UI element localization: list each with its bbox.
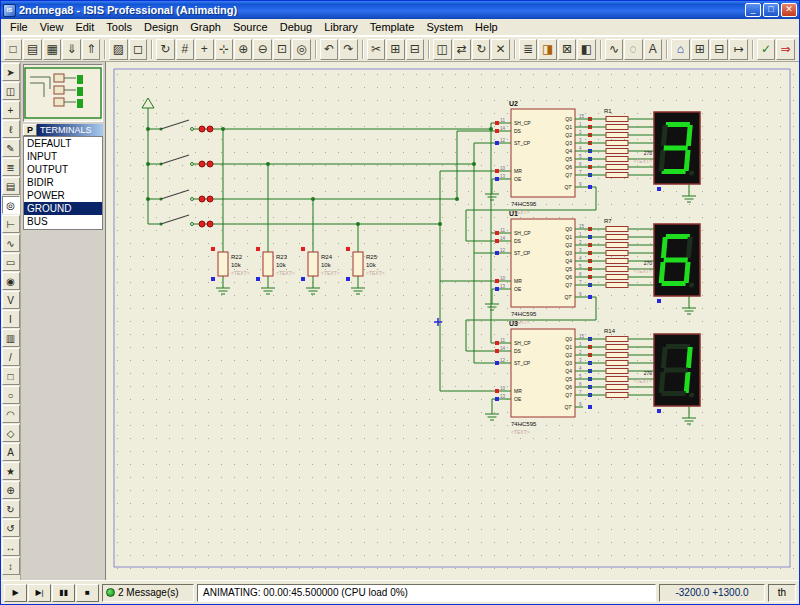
- menu-template[interactable]: Template: [364, 20, 421, 34]
- series-resistor[interactable]: [606, 157, 628, 162]
- undo-button[interactable]: ↶: [320, 39, 338, 60]
- block-delete-button[interactable]: ✕: [491, 39, 509, 60]
- resistor[interactable]: [353, 252, 363, 276]
- menu-debug[interactable]: Debug: [274, 20, 318, 34]
- minimize-button[interactable]: _: [745, 3, 761, 17]
- mark-output-area-button[interactable]: ◻: [129, 39, 147, 60]
- pause-button[interactable]: ▮▮: [52, 584, 75, 602]
- series-resistor[interactable]: [606, 165, 628, 170]
- terminal-item-default[interactable]: DEFAULT: [24, 137, 102, 150]
- zoom-all-button[interactable]: ◎: [292, 39, 310, 60]
- cut-button[interactable]: ✂: [367, 39, 385, 60]
- series-resistor[interactable]: [606, 125, 628, 130]
- design-explorer-button[interactable]: ⌂: [671, 39, 689, 60]
- switch-lever[interactable]: [161, 215, 189, 224]
- property-assignment-button[interactable]: A: [644, 39, 662, 60]
- terminal-item-power[interactable]: POWER: [24, 189, 102, 202]
- generator-mode-button[interactable]: ◉: [2, 272, 20, 290]
- device-pin-mode-button[interactable]: ⊢: [2, 215, 20, 233]
- component-mode-button[interactable]: ◫: [2, 82, 20, 100]
- zoom-area-button[interactable]: ⊡: [273, 39, 291, 60]
- save-design-button[interactable]: ▦: [43, 39, 61, 60]
- electrical-rule-check-button[interactable]: ✓: [757, 39, 775, 60]
- menu-design[interactable]: Design: [138, 20, 184, 34]
- series-resistor[interactable]: [606, 385, 628, 390]
- terminal-item-bidir[interactable]: BIDIR: [24, 176, 102, 189]
- export-section-button[interactable]: ⇑: [82, 39, 100, 60]
- menu-edit[interactable]: Edit: [69, 20, 100, 34]
- series-resistor[interactable]: [606, 133, 628, 138]
- pick-parts-button[interactable]: ≣: [519, 39, 537, 60]
- series-resistor[interactable]: [606, 393, 628, 398]
- resistor[interactable]: [263, 252, 273, 276]
- switch-lever[interactable]: [161, 120, 189, 129]
- paste-button[interactable]: ⊟: [406, 39, 424, 60]
- rotate-anticlockwise-button[interactable]: ↺: [2, 519, 20, 537]
- toggle-grid-button[interactable]: #: [176, 39, 194, 60]
- series-resistor[interactable]: [606, 117, 628, 122]
- block-move-button[interactable]: ⇄: [453, 39, 471, 60]
- series-resistor[interactable]: [606, 337, 628, 342]
- menu-graph[interactable]: Graph: [184, 20, 227, 34]
- new-design-button[interactable]: □: [4, 39, 22, 60]
- symbol-2d-button[interactable]: ★: [2, 462, 20, 480]
- remove-sheet-button[interactable]: ⊟: [710, 39, 728, 60]
- selection-mode-button[interactable]: ➤: [2, 63, 20, 81]
- import-section-button[interactable]: ⇓: [62, 39, 80, 60]
- menu-help[interactable]: Help: [469, 20, 504, 34]
- titlebar[interactable]: IS 2ndmega8 - ISIS Professional (Animati…: [1, 1, 799, 19]
- block-rotate-button[interactable]: ↻: [472, 39, 490, 60]
- packaging-tool-button[interactable]: ⊠: [558, 39, 576, 60]
- current-probe-mode-button[interactable]: I: [2, 310, 20, 328]
- schematic-overview[interactable]: [23, 64, 103, 122]
- switch-lever[interactable]: [161, 155, 189, 164]
- series-resistor[interactable]: [606, 353, 628, 358]
- print-button[interactable]: ▨: [109, 39, 127, 60]
- virtual-instruments-mode-button[interactable]: ▥: [2, 329, 20, 347]
- tape-recorder-mode-button[interactable]: ▭: [2, 253, 20, 271]
- terminal-item-output[interactable]: OUTPUT: [24, 163, 102, 176]
- wire-autorouter-button[interactable]: ∿: [605, 39, 623, 60]
- netlist-to-ares-button[interactable]: ⇒: [776, 39, 794, 60]
- redraw-button[interactable]: ↻: [156, 39, 174, 60]
- decompose-button[interactable]: ◧: [577, 39, 595, 60]
- bus-mode-button[interactable]: ≣: [2, 158, 20, 176]
- series-resistor[interactable]: [606, 173, 628, 178]
- menu-file[interactable]: File: [4, 20, 34, 34]
- pick-device-button[interactable]: P: [23, 124, 37, 136]
- graph-mode-button[interactable]: ∿: [2, 234, 20, 252]
- pan-button[interactable]: ⊹: [215, 39, 233, 60]
- terminal-mode-button[interactable]: ◎: [2, 196, 20, 214]
- path-2d-button[interactable]: ◇: [2, 424, 20, 442]
- subcircuit-mode-button[interactable]: ▤: [2, 177, 20, 195]
- line-2d-button[interactable]: /: [2, 348, 20, 366]
- text-2d-button[interactable]: A: [2, 443, 20, 461]
- new-sheet-button[interactable]: ⊞: [691, 39, 709, 60]
- arc-2d-button[interactable]: ◠: [2, 405, 20, 423]
- series-resistor[interactable]: [606, 345, 628, 350]
- schematic-canvas[interactable]: R2210k<TEXT>R2310k<TEXT>R2410k<TEXT>R251…: [105, 62, 799, 580]
- wire[interactable]: [492, 179, 503, 194]
- goto-sheet-button[interactable]: ↦: [729, 39, 747, 60]
- zoom-out-button[interactable]: ⊖: [253, 39, 271, 60]
- series-resistor[interactable]: [606, 227, 628, 232]
- terminal-item-bus[interactable]: BUS: [24, 215, 102, 228]
- mirror-vertical-button[interactable]: ↕: [2, 557, 20, 575]
- menu-tools[interactable]: Tools: [100, 20, 138, 34]
- circle-2d-button[interactable]: ○: [2, 386, 20, 404]
- switch-lever[interactable]: [161, 190, 189, 199]
- series-resistor[interactable]: [606, 149, 628, 154]
- series-resistor[interactable]: [606, 267, 628, 272]
- wire[interactable]: [492, 399, 503, 414]
- series-resistor[interactable]: [606, 259, 628, 264]
- marker-2d-button[interactable]: ⊕: [2, 481, 20, 499]
- close-button[interactable]: ✕: [781, 3, 797, 17]
- series-resistor[interactable]: [606, 369, 628, 374]
- copy-button[interactable]: ⊞: [386, 39, 404, 60]
- menu-system[interactable]: System: [420, 20, 469, 34]
- text-script-mode-button[interactable]: ✎: [2, 139, 20, 157]
- step-button[interactable]: ▶|: [28, 584, 51, 602]
- box-2d-button[interactable]: □: [2, 367, 20, 385]
- series-resistor[interactable]: [606, 251, 628, 256]
- stop-button[interactable]: ■: [76, 584, 99, 602]
